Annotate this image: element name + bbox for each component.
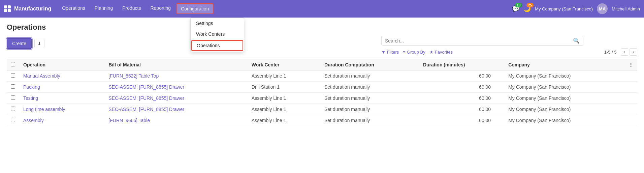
create-button[interactable]: Create — [7, 38, 32, 49]
cell-duration-computation: Set duration manually — [320, 70, 419, 82]
header-checkbox-col — [7, 59, 19, 70]
configuration-dropdown: Settings Work Centers Operations — [190, 18, 244, 52]
cell-duration-minutes: 60:00 — [419, 70, 504, 82]
nav-item-planning[interactable]: Planning — [91, 3, 117, 14]
search-input[interactable] — [385, 38, 573, 44]
search-filter-block: 🔍 ▼ Filters ≡ Group By ★ Favorites 1-5 /… — [381, 36, 637, 56]
main-menu: Operations Planning Products Reporting C… — [58, 3, 512, 14]
operation-link[interactable]: Assembly — [23, 118, 44, 123]
activity-badge: 25 — [526, 3, 534, 7]
page-content: Operations Create ⬇ 🔍 ▼ Filters ≡ Group … — [0, 18, 644, 173]
cell-bom: [FURN_8522] Table Top — [104, 70, 247, 82]
bom-link[interactable]: [FURN_8522] Table Top — [108, 73, 159, 79]
search-icon: 🔍 — [573, 37, 580, 44]
cell-duration-minutes: 60:00 — [419, 115, 504, 126]
pagination-arrows: ‹ › — [621, 48, 637, 56]
chat-notification[interactable]: 💬 13 — [512, 5, 519, 12]
cell-work-center: Assembly Line 1 — [248, 104, 320, 115]
filter-icon: ▼ — [381, 50, 386, 55]
row-checkbox-cell — [7, 115, 19, 126]
cell-company: My Company (San Francisco) — [504, 82, 624, 93]
header-work-center[interactable]: Work Center — [248, 59, 320, 70]
prev-page-button[interactable]: ‹ — [621, 48, 629, 56]
cell-bom: SEC-ASSEM: [FURN_8855] Drawer — [104, 82, 247, 93]
cell-company: My Company (San Francisco) — [504, 104, 624, 115]
dropdown-workcenters[interactable]: Work Centers — [191, 29, 244, 39]
operations-table: Operation Bill of Material Work Center D… — [7, 59, 637, 126]
bom-link[interactable]: SEC-ASSEM: [FURN_8855] Drawer — [108, 95, 184, 101]
operation-link[interactable]: Manual Assembly — [23, 73, 60, 79]
header-more[interactable]: ⋮ — [624, 59, 637, 70]
bom-link[interactable]: SEC-ASSEM: [FURN_8855] Drawer — [108, 84, 184, 90]
cell-more — [624, 115, 637, 126]
brand[interactable]: Manufacturing — [4, 5, 51, 12]
cell-company: My Company (San Francisco) — [504, 93, 624, 104]
table-row: Long time assembly SEC-ASSEM: [FURN_8855… — [7, 104, 637, 115]
chat-badge: 13 — [515, 3, 522, 7]
dropdown-settings[interactable]: Settings — [191, 18, 244, 29]
content-header: Create ⬇ 🔍 ▼ Filters ≡ Group By ★ Favor — [7, 36, 637, 56]
row-checkbox[interactable] — [11, 84, 15, 89]
cell-operation: Assembly — [19, 115, 104, 126]
dropdown-operations[interactable]: Operations — [191, 40, 243, 51]
bom-link[interactable]: [FURN_9666] Table — [108, 118, 150, 123]
row-checkbox[interactable] — [11, 118, 15, 122]
search-container: 🔍 — [381, 36, 583, 46]
pagination-info: 1-5 / 5 — [604, 50, 617, 55]
star-icon: ★ — [429, 50, 433, 55]
nav-item-products[interactable]: Products — [118, 3, 145, 14]
cell-more — [624, 104, 637, 115]
nav-item-configuration[interactable]: Configuration — [176, 3, 214, 14]
filters-button[interactable]: ▼ Filters — [381, 50, 399, 55]
header-operation[interactable]: Operation — [19, 59, 104, 70]
toolbar: Create ⬇ — [7, 38, 44, 49]
cell-company: My Company (San Francisco) — [504, 115, 624, 126]
cell-company: My Company (San Francisco) — [504, 70, 624, 82]
cell-operation: Manual Assembly — [19, 70, 104, 82]
cell-more — [624, 82, 637, 93]
favorites-button[interactable]: ★ Favorites — [429, 50, 453, 55]
nav-item-operations[interactable]: Operations — [58, 3, 89, 14]
groupby-label: Group By — [407, 50, 425, 55]
app-grid-icon — [4, 5, 11, 12]
user-avatar[interactable]: MA — [597, 3, 608, 14]
select-all-checkbox[interactable] — [11, 62, 15, 66]
table-row: Packing SEC-ASSEM: [FURN_8855] Drawer Dr… — [7, 82, 637, 93]
groupby-button[interactable]: ≡ Group By — [403, 50, 425, 55]
table-row: Manual Assembly [FURN_8522] Table Top As… — [7, 70, 637, 82]
topnav-right: 💬 13 🌙 25 My Company (San Francisco) MA … — [512, 3, 640, 14]
cell-duration-computation: Set duration manually — [320, 93, 419, 104]
operation-link[interactable]: Long time assembly — [23, 107, 65, 112]
row-checkbox-cell — [7, 104, 19, 115]
cell-operation: Packing — [19, 82, 104, 93]
cell-more — [624, 70, 637, 82]
header-duration-minutes[interactable]: Duration (minutes) — [419, 59, 504, 70]
header-duration-computation[interactable]: Duration Computation — [320, 59, 419, 70]
row-checkbox-cell — [7, 70, 19, 82]
user-name: Mitchell Admin — [612, 6, 640, 11]
groupby-icon: ≡ — [403, 50, 406, 55]
cell-duration-computation: Set duration manually — [320, 115, 419, 126]
header-company[interactable]: Company — [504, 59, 624, 70]
table-header-row: Operation Bill of Material Work Center D… — [7, 59, 637, 70]
cell-bom: SEC-ASSEM: [FURN_8855] Drawer — [104, 93, 247, 104]
header-bom[interactable]: Bill of Material — [104, 59, 247, 70]
cell-bom: SEC-ASSEM: [FURN_8855] Drawer — [104, 104, 247, 115]
operation-link[interactable]: Testing — [23, 95, 38, 101]
cell-duration-minutes: 60:00 — [419, 82, 504, 93]
cell-duration-minutes: 60:00 — [419, 104, 504, 115]
row-checkbox[interactable] — [11, 73, 15, 78]
operation-link[interactable]: Packing — [23, 84, 40, 90]
activity-notification[interactable]: 🌙 25 — [523, 5, 531, 12]
cell-bom: [FURN_9666] Table — [104, 115, 247, 126]
cell-more — [624, 93, 637, 104]
filters-label: Filters — [387, 50, 399, 55]
row-checkbox[interactable] — [11, 107, 15, 111]
bom-link[interactable]: SEC-ASSEM: [FURN_8855] Drawer — [108, 107, 184, 112]
cell-work-center: Assembly Line 1 — [248, 70, 320, 82]
download-button[interactable]: ⬇ — [34, 39, 44, 48]
nav-item-reporting[interactable]: Reporting — [146, 3, 175, 14]
row-checkbox[interactable] — [11, 95, 15, 100]
table-row: Testing SEC-ASSEM: [FURN_8855] Drawer As… — [7, 93, 637, 104]
next-page-button[interactable]: › — [630, 48, 637, 56]
